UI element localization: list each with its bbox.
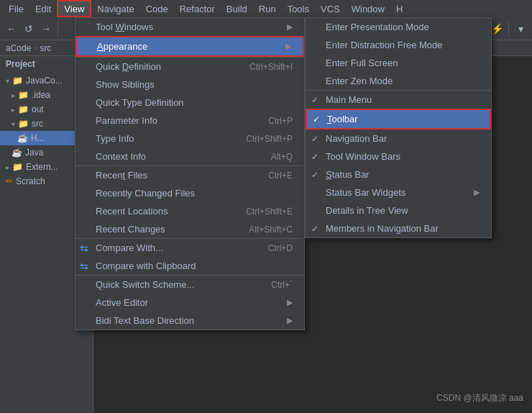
appearance-item-members-nav[interactable]: ✓ Members in Navigation Bar [306, 219, 491, 237]
sidebar-label-extern: Extern... [26, 162, 58, 172]
toolbar-dropdown[interactable]: ▾ [513, 22, 528, 36]
menu-h[interactable]: H [390, 0, 408, 17]
appearance-item-nav-bar[interactable]: ✓ Navigation Bar [306, 130, 491, 148]
bidi-label: Bidi Text Base Direction [96, 315, 194, 326]
context-info-label: Context Info [96, 151, 146, 162]
zen-label: Enter Zen Mode [326, 76, 393, 86]
nav-bar-label: Navigation Bar [326, 133, 387, 144]
appearance-item-tool-window-bars[interactable]: ✓ Tool Window Bars [306, 148, 491, 165]
menu-item-type-info[interactable]: Type Info Ctrl+Shift+P [75, 130, 304, 148]
sidebar-label-h: H... [31, 133, 45, 143]
menu-item-quick-def[interactable]: Quick Definition Ctrl+Shift+I [75, 58, 304, 76]
type-info-shortcut: Ctrl+Shift+P [246, 134, 293, 144]
menu-item-compare-with[interactable]: ⇆ Compare With... Ctrl+D [75, 239, 304, 257]
breadcrumb-sep: › [34, 43, 37, 53]
menu-navigate[interactable]: Navigate [91, 0, 139, 17]
menu-item-recent-files[interactable]: Recent Files Ctrl+E [75, 166, 304, 184]
appearance-item-status-widgets[interactable]: Status Bar Widgets ▶ [306, 183, 491, 201]
menu-item-recently-changed[interactable]: Recently Changed Files [75, 184, 304, 202]
menu-refactor[interactable]: Refactor [174, 0, 221, 17]
quick-def-label: Quick Definition [96, 61, 161, 72]
tool-windows-arrow: ▶ [287, 22, 293, 32]
bidi-arrow: ▶ [287, 316, 293, 325]
toolbar-sep-2 [508, 22, 509, 36]
appearance-arrow: ▶ [285, 42, 291, 51]
recent-files-shortcut: Ctrl+E [268, 171, 293, 181]
quick-switch-shortcut: Ctrl+` [271, 280, 293, 290]
toolbar-reload[interactable]: ↺ [22, 22, 36, 36]
menu-window[interactable]: Window [346, 0, 390, 17]
menu-item-show-siblings[interactable]: Show Siblings [75, 76, 304, 94]
profile-button[interactable]: ⚡ [490, 22, 504, 36]
menu-item-compare-clipboard[interactable]: ⇆ Compare with Clipboard [75, 257, 304, 276]
toolbar-back[interactable]: ← [4, 22, 19, 36]
members-nav-check: ✓ [311, 224, 318, 234]
menu-item-recent-changes[interactable]: Recent Changes Alt+Shift+C [75, 220, 304, 239]
recently-changed-label: Recently Changed Files [96, 188, 195, 199]
breadcrumb-project: aCode [6, 43, 31, 53]
menu-item-param-info[interactable]: Parameter Info Ctrl+P [75, 112, 304, 130]
sidebar-label-scratch: Scratch [16, 176, 45, 186]
menu-item-tool-windows[interactable]: Tool Windows ▶ [75, 18, 304, 36]
menu-file[interactable]: File [3, 0, 29, 17]
menu-build[interactable]: Build [221, 0, 253, 17]
quick-type-def-label: Quick Type Definition [96, 97, 184, 108]
menu-view[interactable]: View [57, 0, 91, 17]
presentation-label: Enter Presentation Mode [326, 22, 429, 32]
breadcrumb-src: src [40, 43, 51, 53]
status-bar-check: ✓ [311, 170, 318, 180]
out-folder-icon: 📁 [18, 104, 29, 114]
expand-icon: ▾ [6, 77, 9, 85]
quick-switch-label: Quick Switch Scheme... [96, 279, 194, 290]
appearance-item-zen[interactable]: Enter Zen Mode [306, 72, 491, 91]
compare-with-label: Compare With... [96, 242, 163, 253]
main-menu-check: ✓ [311, 95, 318, 105]
recent-changes-shortcut: Alt+Shift+C [249, 224, 293, 235]
status-bar-label: Status Bar [326, 169, 370, 180]
distraction-label: Enter Distraction Free Mode [326, 40, 443, 50]
appearance-item-status-bar[interactable]: ✓ Status Bar [306, 165, 491, 183]
sidebar-label-javacode: JavaCo... [26, 76, 63, 86]
appearance-item-fullscreen[interactable]: Enter Full Screen [306, 54, 491, 72]
nav-bar-check: ✓ [311, 134, 318, 144]
active-editor-label: Active Editor [96, 297, 148, 308]
quick-def-shortcut: Ctrl+Shift+I [249, 62, 293, 72]
menu-item-context-info[interactable]: Context Info Alt+Q [75, 148, 304, 166]
sidebar-label-src: src [32, 119, 43, 129]
toolbar-label: Toolbar [327, 114, 358, 124]
appearance-label: Appearance [97, 41, 147, 52]
menu-item-quick-switch[interactable]: Quick Switch Scheme... Ctrl+` [75, 276, 304, 294]
appearance-item-toolbar[interactable]: ✓ Toolbar [306, 109, 491, 130]
status-widgets-arrow: ▶ [474, 188, 480, 197]
menu-item-recent-locations[interactable]: Recent Locations Ctrl+Shift+E [75, 202, 304, 220]
sidebar-label-java: Java [25, 148, 43, 158]
toolbar-sep-1 [58, 22, 58, 36]
tool-windows-label: Tool Windows [96, 22, 153, 32]
watermark: CSDN @清风微凉 aaa [436, 392, 523, 404]
menu-item-quick-type-def[interactable]: Quick Type Definition [75, 94, 304, 112]
appearance-item-presentation[interactable]: Enter Presentation Mode [306, 18, 491, 36]
appearance-item-details-tree[interactable]: Details in Tree View [306, 201, 491, 219]
appearance-submenu: Enter Presentation Mode Enter Distractio… [305, 17, 492, 238]
fullscreen-label: Enter Full Screen [326, 58, 398, 68]
menu-item-bidi[interactable]: Bidi Text Base Direction ▶ [75, 312, 304, 330]
menu-item-appearance[interactable]: Appearance ▶ [75, 36, 304, 57]
idea-folder-icon: 📁 [18, 90, 29, 100]
project-icon: 📁 [12, 76, 23, 86]
compare-with-icon: ⇆ [80, 242, 88, 254]
menu-code[interactable]: Code [140, 0, 174, 17]
menu-edit[interactable]: Edit [29, 0, 57, 17]
toolbar-forward[interactable]: → [39, 22, 53, 36]
status-widgets-label: Status Bar Widgets [326, 187, 405, 198]
java-icon-h: ☕ [17, 133, 28, 143]
appearance-item-main-menu[interactable]: ✓ Main Menu [306, 91, 491, 109]
appearance-item-distraction[interactable]: Enter Distraction Free Mode [306, 36, 491, 54]
recent-changes-label: Recent Changes [96, 224, 165, 235]
menu-item-active-editor[interactable]: Active Editor ▶ [75, 294, 304, 312]
expand-icon-out: ▸ [12, 106, 15, 114]
menu-tools[interactable]: Tools [282, 0, 315, 17]
expand-icon-idea: ▸ [12, 91, 15, 99]
menu-run[interactable]: Run [253, 0, 282, 17]
toolbar-check: ✓ [313, 114, 320, 124]
menu-vcs[interactable]: VCS [315, 0, 346, 17]
